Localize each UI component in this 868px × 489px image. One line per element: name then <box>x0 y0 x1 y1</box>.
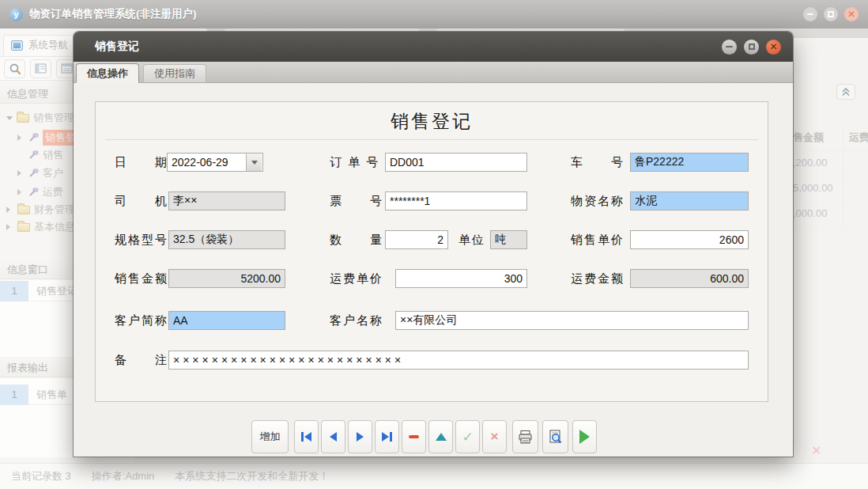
vehicle-no-input[interactable] <box>630 153 749 172</box>
sidebar-tab-label: 系统导航 <box>28 39 68 52</box>
qty-input[interactable] <box>385 230 448 249</box>
search-button[interactable] <box>4 59 25 78</box>
print-button[interactable] <box>512 420 538 453</box>
collapse-panel-button[interactable] <box>836 84 855 100</box>
column-header-freight: 运费 <box>849 131 868 145</box>
app-title: 物资订单销售管理系统(非注册用户) <box>29 7 197 21</box>
status-record-count: 当前记录数 3 <box>11 469 71 483</box>
x-icon: × <box>491 429 499 445</box>
print-preview-button[interactable] <box>542 420 568 453</box>
chevron-right-icon <box>17 170 25 176</box>
cancel-record-button[interactable]: × <box>482 420 507 453</box>
material-input[interactable] <box>630 191 749 210</box>
status-operator: 操作者:Admin <box>92 469 154 483</box>
chevron-down-icon <box>251 161 258 168</box>
driver-label: 司 机 <box>115 191 168 210</box>
sale-price-label: 销售单价 <box>553 230 625 249</box>
customer-short-label: 客户简称 <box>115 311 168 330</box>
remark-input[interactable] <box>168 351 749 370</box>
ticket-no-label: 票 号 <box>330 191 383 210</box>
gridline <box>793 201 868 202</box>
preview-icon <box>548 430 563 444</box>
folder-icon <box>17 206 30 214</box>
folder-icon <box>17 114 29 123</box>
vehicle-no-label: 车 号 <box>553 153 625 172</box>
tool-icon <box>28 150 39 160</box>
panel-close-icon[interactable]: ✕ <box>811 443 821 458</box>
printer-icon <box>518 430 533 444</box>
prior-icon <box>330 432 337 442</box>
first-icon <box>301 432 304 442</box>
minimize-icon <box>726 46 733 47</box>
maximize-icon <box>828 11 834 17</box>
remark-label: 备 注 <box>115 351 168 370</box>
minimize-icon <box>807 13 813 15</box>
material-label: 物资名称 <box>553 191 625 210</box>
first-record-button[interactable] <box>294 420 319 453</box>
customer-name-label: 客户名称 <box>330 311 383 330</box>
order-no-label: 订 单 号 <box>330 153 379 172</box>
tab-info-operation[interactable]: 信息操作 <box>76 63 139 83</box>
chevron-down-icon <box>6 116 13 123</box>
add-button[interactable]: 增加 <box>251 420 289 453</box>
dialog-minimize-button[interactable] <box>722 40 737 55</box>
post-record-button[interactable]: ✓ <box>455 420 480 453</box>
edit-record-button[interactable] <box>428 420 453 453</box>
driver-input[interactable] <box>168 191 285 210</box>
next-record-button[interactable] <box>348 420 372 453</box>
freight-amount-label: 运费金额 <box>553 269 625 288</box>
tab-user-guide[interactable]: 使用指南 <box>143 64 206 82</box>
ticket-no-input[interactable] <box>385 191 527 210</box>
gridline <box>793 176 868 176</box>
close-icon: ✕ <box>769 42 777 51</box>
unit-input[interactable] <box>490 230 527 249</box>
sale-price-input[interactable] <box>630 230 749 249</box>
spec-input[interactable] <box>168 230 285 249</box>
app-icon: y <box>9 8 23 21</box>
table-cell: ,200.00 <box>793 157 827 169</box>
status-bar: 当前记录数 3 操作者:Admin 本系统支持二次开发和全新开发！ <box>0 463 868 489</box>
customer-short-input[interactable] <box>168 311 285 330</box>
list-icon <box>61 63 74 74</box>
freight-price-input[interactable] <box>395 269 527 288</box>
tool-icon <box>28 188 39 197</box>
check-icon: ✓ <box>462 429 473 445</box>
dialog-maximize-button[interactable] <box>744 40 759 55</box>
dialog-close-button[interactable]: ✕ <box>766 40 781 55</box>
close-button[interactable]: ✕ <box>844 7 859 21</box>
search-icon <box>9 63 21 75</box>
status-message: 本系统支持二次开发和全新开发！ <box>175 469 329 483</box>
freight-amount-input[interactable] <box>630 269 749 288</box>
gridline <box>793 150 868 151</box>
main-titlebar: y 物资订单销售管理系统(非注册用户) ✕ <box>0 0 868 28</box>
order-no-input[interactable] <box>385 153 527 172</box>
dialog-titlebar[interactable]: 销售登记 ✕ <box>74 32 793 62</box>
first-icon <box>304 432 311 442</box>
last-icon <box>382 432 389 442</box>
table-cell: 5,000.00 <box>793 182 833 194</box>
spec-label: 规格型号 <box>115 230 168 249</box>
chevron-right-icon <box>17 135 25 141</box>
last-record-button[interactable] <box>375 420 399 453</box>
dialog-title: 销售登记 <box>95 40 139 54</box>
date-dropdown-button[interactable] <box>246 154 262 171</box>
last-icon <box>390 432 392 442</box>
next-icon <box>357 432 364 442</box>
sale-amount-input[interactable] <box>168 269 285 288</box>
customer-name-input[interactable] <box>395 311 749 330</box>
table-cell: ,000.00 <box>793 207 827 219</box>
minimize-button[interactable] <box>803 7 817 21</box>
unit-label: 单位 <box>459 230 485 249</box>
freight-price-label: 运费单价 <box>330 269 383 288</box>
date-label: 日 期 <box>115 153 168 172</box>
edit-icon <box>436 433 447 441</box>
run-button[interactable] <box>572 420 597 453</box>
chevron-right-icon <box>6 207 13 213</box>
maximize-button[interactable] <box>824 7 838 21</box>
prior-record-button[interactable] <box>321 420 345 453</box>
folder-icon <box>17 223 30 232</box>
report-view-button[interactable] <box>30 59 51 78</box>
sale-amount-label: 销售金额 <box>115 269 168 288</box>
delete-record-button[interactable] <box>402 420 426 453</box>
navigation-icon <box>11 40 23 51</box>
